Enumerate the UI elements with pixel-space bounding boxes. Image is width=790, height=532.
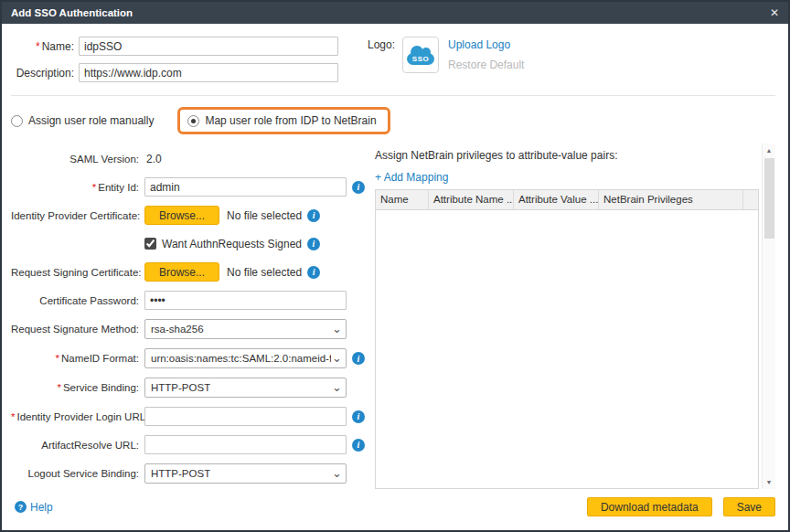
idp-certificate-browse-button[interactable]: Browse...	[144, 206, 219, 225]
certificate-password-input[interactable]	[144, 291, 347, 310]
nameid-format-select[interactable]: urn:oasis:names:tc:SAML:2.0:nameid-fo...…	[144, 348, 347, 368]
top-section: *Name: Description: Logo: SSO Upload Log…	[11, 37, 775, 90]
chevron-down-icon: ⌄	[332, 379, 342, 396]
logo-label: Logo:	[368, 37, 402, 90]
dialog-footer: ? Help Download metadata Save	[11, 495, 775, 519]
saml-version-label: SAML Version:	[11, 154, 144, 165]
saml-version-value: 2.0	[144, 153, 162, 165]
close-icon[interactable]: ✕	[770, 6, 779, 19]
mapping-table: Name Attribute Name ... Attribute Value …	[375, 189, 759, 489]
radio-assign-manually-label: Assign user role manually	[28, 114, 154, 127]
chevron-down-icon: ⌄	[332, 465, 342, 482]
logo-area: Logo: SSO Upload Logo Restore Default	[368, 37, 524, 90]
save-button[interactable]: Save	[723, 497, 775, 516]
artifact-resolve-url-label: ArtifactResolve URL:	[11, 440, 144, 451]
dialog-title: Add SSO Authentication	[11, 7, 133, 18]
info-icon[interactable]: i	[307, 209, 320, 222]
entity-id-input[interactable]	[144, 177, 347, 197]
mapping-panel-title: Assign NetBrain privileges to attribute-…	[375, 149, 759, 162]
radio-selected-icon[interactable]	[187, 115, 199, 127]
mapping-table-header: Name Attribute Name ... Attribute Value …	[376, 190, 758, 210]
idp-login-url-input[interactable]	[144, 407, 347, 426]
mapping-panel: Assign NetBrain privileges to attribute-…	[366, 144, 775, 489]
signing-certificate-label: Request Signing Certificate:	[11, 267, 144, 278]
logout-binding-label: Logout Service Binding:	[11, 468, 144, 479]
info-icon[interactable]: i	[352, 352, 365, 365]
column-header-name: Name	[376, 190, 429, 209]
scrollbar-thumb[interactable]	[764, 158, 774, 239]
idp-certificate-no-file-text: No file selected	[227, 209, 302, 222]
required-marker: *	[92, 182, 96, 193]
name-label: *Name:	[11, 40, 79, 53]
info-icon[interactable]: i	[307, 266, 320, 279]
description-label: Description:	[11, 67, 79, 80]
column-header-filler	[743, 190, 758, 209]
sso-logo-icon: SSO	[402, 37, 439, 73]
certificate-password-label: Certificate Password:	[11, 295, 144, 306]
radio-assign-manually[interactable]: Assign user role manually	[11, 114, 154, 127]
service-binding-label: *Service Binding:	[11, 382, 144, 393]
restore-default-link[interactable]: Restore Default	[448, 59, 524, 71]
sso-logo-text: SSO	[407, 55, 434, 63]
info-icon[interactable]: i	[352, 181, 365, 194]
required-marker: *	[36, 40, 40, 53]
signing-certificate-browse-button[interactable]: Browse...	[144, 262, 219, 282]
authn-requests-signed-label: Want AuthnRequests Signed	[162, 238, 302, 250]
service-binding-select[interactable]: HTTP-POST ⌄	[144, 378, 347, 398]
add-sso-authentication-dialog: Add SSO Authentication ✕ *Name: Descript…	[0, 0, 790, 532]
download-metadata-button[interactable]: Download metadata	[587, 497, 712, 516]
role-options-row: Assign user role manually Map user role …	[11, 105, 775, 136]
column-header-attribute-name: Attribute Name ...	[429, 190, 514, 209]
required-marker: *	[57, 382, 60, 393]
name-input[interactable]	[79, 37, 338, 56]
authn-requests-signed-checkbox[interactable]	[144, 238, 156, 250]
chevron-down-icon: ⌄	[332, 350, 342, 367]
info-icon[interactable]: i	[352, 410, 365, 423]
saml-form: SAML Version: 2.0 *Entity Id: i Identity…	[11, 144, 366, 489]
radio-map-idp-netbrain[interactable]: Map user role from IDP to NetBrain	[187, 114, 376, 127]
radio-map-idp-label: Map user role from IDP to NetBrain	[205, 114, 376, 127]
cloud-icon: SSO	[407, 53, 434, 65]
info-icon[interactable]: i	[352, 439, 365, 452]
vertical-scrollbar[interactable]: ▲ ▼	[762, 144, 775, 489]
main-section: SAML Version: 2.0 *Entity Id: i Identity…	[11, 144, 775, 489]
help-label: Help	[30, 501, 53, 514]
add-mapping-link[interactable]: + Add Mapping	[375, 171, 448, 184]
mapping-table-body	[376, 210, 758, 488]
dialog-body: *Name: Description: Logo: SSO Upload Log…	[2, 24, 788, 530]
signature-method-select[interactable]: rsa-sha256 ⌄	[144, 319, 347, 339]
description-input[interactable]	[79, 63, 338, 82]
signing-certificate-no-file-text: No file selected	[227, 266, 302, 279]
help-icon: ?	[15, 501, 27, 513]
scroll-up-icon[interactable]: ▲	[763, 144, 776, 157]
section-divider	[11, 95, 775, 96]
artifact-resolve-url-input[interactable]	[144, 435, 347, 454]
column-header-netbrain-privileges: NetBrain Privileges	[599, 190, 743, 209]
upload-logo-link[interactable]: Upload Logo	[448, 38, 510, 51]
dialog-titlebar: Add SSO Authentication ✕	[2, 2, 788, 24]
required-marker: *	[56, 353, 59, 364]
chevron-down-icon: ⌄	[332, 321, 342, 337]
idp-certificate-label: Identity Provider Certificate:	[11, 210, 144, 221]
idp-login-url-label: *Identity Provider Login URL:	[11, 411, 144, 422]
entity-id-label: *Entity Id:	[11, 182, 144, 193]
annotation-highlight-box: Map user role from IDP to NetBrain	[177, 107, 390, 134]
logout-binding-select[interactable]: HTTP-POST ⌄	[144, 463, 347, 484]
signature-method-label: Request Signature Method:	[11, 324, 144, 335]
radio-unselected-icon[interactable]	[11, 115, 23, 127]
column-header-attribute-value: Attribute Value ...	[514, 190, 599, 209]
scroll-down-icon[interactable]: ▼	[763, 475, 776, 489]
help-link[interactable]: ? Help	[15, 501, 53, 514]
nameid-format-label: *NameID Format:	[11, 353, 144, 364]
info-icon[interactable]: i	[307, 238, 320, 250]
required-marker: *	[11, 411, 15, 422]
